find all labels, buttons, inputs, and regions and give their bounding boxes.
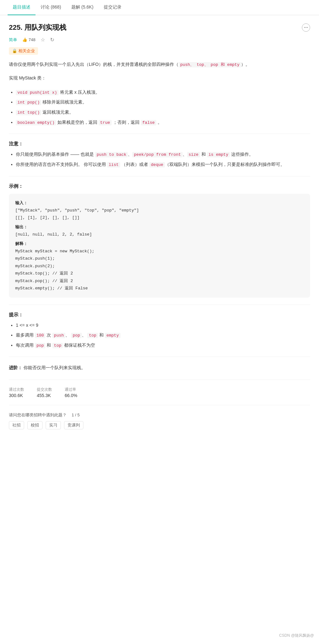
- note-code-deque: deque: [149, 162, 165, 167]
- hint-code-top2: top: [52, 343, 63, 348]
- advance-text: 你能否仅用一个队列来实现栈。: [23, 365, 86, 370]
- problem-number: 225.: [9, 23, 23, 31]
- thumb-up-icon: 👍: [22, 37, 27, 42]
- divider-4: [9, 357, 310, 357]
- note-item-1: 你只能使用队列的基本操作 —— 也就是 push to back、peek/po…: [16, 150, 310, 159]
- example-explain-line5: myStack.pop(); // 返回 2: [15, 277, 304, 285]
- watermark: CSDN @随风飘扬@: [279, 633, 314, 638]
- tabs-container: 题目描述 讨论 (868) 题解 (5.6K) 提交记录: [0, 0, 319, 15]
- note-code-list: list: [107, 162, 120, 167]
- like-button[interactable]: 👍 748: [22, 37, 36, 42]
- note-code-peekpop: peek/pop from front: [132, 152, 182, 157]
- tab-submissions[interactable]: 提交记录: [99, 0, 127, 15]
- desc-code: push、 top、 pop 和 empty: [179, 62, 241, 67]
- hint-code-pop: pop: [71, 333, 81, 338]
- method-empty: boolean empty() 如果栈是空的，返回 true ；否则，返回 fa…: [16, 118, 310, 127]
- footer-tag-campus[interactable]: 校招: [27, 421, 42, 429]
- stat-pass-value: 300.6K: [9, 393, 24, 398]
- implement-label: 实现 MyStack 类：: [9, 74, 310, 82]
- company-tag[interactable]: 🔒 相关企业: [9, 47, 38, 55]
- hint-code-empty: empty: [105, 333, 120, 338]
- problem-description: 请你仅使用两个队列实现一个后入先出（LIFO）的栈，并支持普通栈的全部四种操作（…: [9, 60, 310, 68]
- divider-1: [9, 134, 310, 134]
- problem-title-row: 225. 用队列实现栈 ···: [9, 23, 310, 32]
- desc-text-2: ）。: [241, 62, 250, 67]
- footer-tags-row: 社招 校招 实习 竞课列: [9, 421, 310, 429]
- example-explain-line4: myStack.top(); // 返回 2: [15, 270, 304, 277]
- example-title: 示例：: [9, 183, 310, 189]
- method-top-code: int top(): [16, 110, 41, 115]
- method-push-desc: 将元素 x 压入栈顶。: [59, 90, 100, 95]
- note-code-isempty: is empty: [207, 152, 230, 157]
- method-pop-desc: 移除并返回栈顶元素。: [41, 99, 87, 104]
- hint-code-100: 100: [35, 333, 45, 338]
- method-top-desc: 返回栈顶元素。: [41, 110, 74, 115]
- notes-list: 你只能使用队列的基本操作 —— 也就是 push to back、peek/po…: [9, 150, 310, 169]
- method-empty-desc: 如果栈是空的，返回: [56, 120, 99, 125]
- more-options-button[interactable]: ···: [302, 23, 310, 32]
- footer-tag-internship[interactable]: 实习: [46, 421, 61, 429]
- stat-pass-label: 通过次数: [9, 387, 24, 392]
- hint-code-push: push: [52, 333, 65, 338]
- method-top: int top() 返回栈顶元素。: [16, 108, 310, 117]
- example-explain-line3: myStack.push(2);: [15, 262, 304, 270]
- footer-page: 1 / 5: [72, 413, 80, 417]
- stats-row: 通过次数 300.6K 提交次数 455.3K 通过率 66.0%: [9, 387, 310, 398]
- method-empty-desc2: ；否则，返回: [112, 120, 141, 125]
- desc-text-1: 请你仅使用两个队列实现一个后入先出（LIFO）的栈，并支持普通栈的全部四种操作（: [9, 62, 179, 67]
- advance-section: 进阶： 你能否仅用一个队列来实现栈。: [9, 364, 310, 372]
- stat-submit: 提交次数 455.3K: [37, 387, 52, 398]
- problem-title: 用队列实现栈: [24, 23, 66, 31]
- example-input-label: 输入：: [15, 199, 304, 207]
- example-output-line: [null, null, null, 2, 2, false]: [15, 231, 304, 238]
- example-explain-line6: myStack.empty(); // 返回 False: [15, 285, 304, 292]
- tab-discussion[interactable]: 讨论 (868): [36, 0, 66, 15]
- note-item-2: 你所使用的语言也许不支持队列。 你可以使用 list （列表）或者 deque（…: [16, 160, 310, 169]
- stat-pass: 通过次数 300.6K: [9, 387, 24, 398]
- footer-question-row: 请问您在哪类招聘中遇到此题？ 1 / 5: [9, 412, 310, 418]
- method-empty-false: false: [141, 120, 156, 125]
- example-explain-line1: MyStack myStack = new MyStack();: [15, 248, 304, 255]
- divider-3: [9, 305, 310, 305]
- example-input-line2: [[], [1], [2], [], [], []]: [15, 214, 304, 221]
- hint-code-top: top: [87, 333, 98, 338]
- example-output-label: 输出：: [15, 224, 304, 231]
- method-pop: int pop() 移除并返回栈顶元素。: [16, 98, 310, 107]
- divider-6: [9, 405, 310, 405]
- advance-label: 进阶：: [9, 365, 22, 370]
- hints-title: 提示：: [9, 312, 310, 318]
- footer-tag-course[interactable]: 竞课列: [64, 421, 83, 429]
- share-button[interactable]: ↻: [50, 37, 54, 43]
- hints-list: 1 <= x <= 9 最多调用 100 次 push、 pop、 top 和 …: [9, 321, 310, 350]
- hint-item-1: 1 <= x <= 9: [16, 321, 310, 330]
- stat-rate: 通过率 66.0%: [65, 387, 77, 398]
- difficulty-label: 简单: [9, 37, 17, 43]
- stat-submit-value: 455.3K: [37, 393, 52, 398]
- divider-5: [9, 380, 310, 380]
- example-input-line1: ["MyStack", "push", "push", "top", "pop"…: [15, 207, 304, 214]
- tab-description[interactable]: 题目描述: [8, 0, 36, 15]
- hint-item-3: 每次调用 pop 和 top 都保证栈不为空: [16, 341, 310, 350]
- problem-title-text: 225. 用队列实现栈: [9, 23, 66, 32]
- note-code-pushback: push to back: [95, 152, 128, 157]
- example-box: 输入： ["MyStack", "push", "push", "top", "…: [9, 194, 310, 298]
- star-button[interactable]: ☆: [41, 37, 45, 43]
- note-code-size: size: [187, 152, 200, 157]
- method-push-code: void push(int x): [16, 90, 59, 95]
- example-explain-line2: myStack.push(1);: [15, 255, 304, 262]
- divider-2: [9, 176, 310, 176]
- method-pop-code: int pop(): [16, 100, 41, 105]
- main-content: 225. 用队列实现栈 ··· 简单 👍 748 ☆ ↻ 🔒 相关企业 请你仅使…: [0, 15, 319, 437]
- footer-tag-social[interactable]: 社招: [9, 421, 24, 429]
- method-empty-desc3: 。: [156, 120, 162, 125]
- problem-meta-row: 简单 👍 748 ☆ ↻: [9, 37, 310, 43]
- method-empty-true: true: [99, 120, 112, 125]
- methods-list: void push(int x) 将元素 x 压入栈顶。 int pop() 移…: [9, 88, 310, 127]
- tabs-bar: 题目描述 讨论 (868) 题解 (5.6K) 提交记录: [0, 0, 319, 15]
- stat-rate-value: 66.0%: [65, 393, 77, 398]
- tab-solution[interactable]: 题解 (5.6K): [66, 0, 99, 15]
- hint-item-2: 最多调用 100 次 push、 pop、 top 和 empty: [16, 331, 310, 340]
- like-count: 748: [29, 37, 36, 42]
- note-title: 注意：: [9, 141, 310, 147]
- stat-rate-label: 通过率: [65, 387, 77, 392]
